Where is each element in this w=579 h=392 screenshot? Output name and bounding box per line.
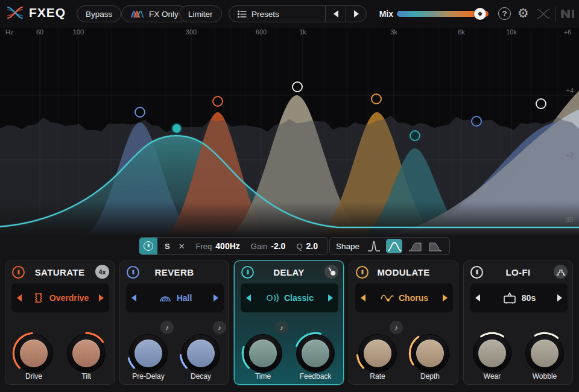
freq-tick-label: 100 xyxy=(73,28,84,36)
mode-prev-arrow[interactable] xyxy=(17,294,22,302)
freq-tick-label: 1k xyxy=(299,28,306,36)
freq-tick-label: 3k xyxy=(390,28,397,36)
band-close-icon[interactable]: ✕ xyxy=(179,242,185,251)
mode-selector-reverb[interactable]: Hall xyxy=(126,283,224,312)
eq-handle-7[interactable] xyxy=(472,116,481,126)
delay-icon xyxy=(265,292,280,304)
eq-handle-8[interactable] xyxy=(536,99,546,109)
module-title-reverb: REVERB xyxy=(120,267,229,277)
db-label: +2 xyxy=(566,151,574,159)
mode-next-arrow[interactable] xyxy=(557,294,562,302)
band-solo-button[interactable]: S xyxy=(165,242,170,251)
overdrive-icon xyxy=(32,292,45,304)
mode-next-arrow[interactable] xyxy=(328,294,333,302)
knob-decay[interactable] xyxy=(178,330,224,376)
tempo-sync-note-button[interactable]: ♪ xyxy=(213,321,226,334)
module-card-saturate[interactable]: SATURATE 4x Overdrive Drive xyxy=(5,261,115,385)
chorus-icon xyxy=(380,292,394,304)
shape-selector: Shape xyxy=(329,237,450,255)
db-label: +4 xyxy=(566,87,574,94)
knob-label-feedback: Feedback xyxy=(288,372,343,381)
eq-graph-svg[interactable]: +4+2dB xyxy=(0,28,579,236)
high-shelf-shape-icon xyxy=(428,239,443,253)
mode-next-arrow[interactable] xyxy=(214,294,218,302)
limiter-button[interactable]: Limiter xyxy=(179,5,222,22)
freq-tick-label: Hz xyxy=(5,28,13,36)
mode-selector-lo-fi[interactable]: 80s xyxy=(470,283,568,312)
module-card-reverb[interactable]: REVERB Hall Pre-Delay♪ xyxy=(119,261,229,385)
oversampling-badge[interactable]: 4x xyxy=(95,265,109,279)
eq-handle-4[interactable] xyxy=(293,82,302,92)
steps-icon[interactable] xyxy=(554,265,568,279)
gain-value[interactable]: -2.0 xyxy=(271,241,285,251)
knob-label-pre-delay: Pre-Delay xyxy=(121,372,176,381)
bypass-button[interactable]: Bypass xyxy=(77,5,121,22)
module-card-lo-fi[interactable]: LO-FI 80s Wear xyxy=(463,261,573,385)
shape-low-shelf-button[interactable] xyxy=(407,239,423,253)
knob-label-drive: Drive xyxy=(7,372,61,381)
eq-handle-1[interactable] xyxy=(135,107,145,117)
tempo-sync-note-button[interactable]: ♪ xyxy=(160,321,174,334)
shape-notch-button[interactable] xyxy=(365,239,382,253)
help-button[interactable]: ? xyxy=(498,7,511,20)
tempo-sync-note-button[interactable]: ♪ xyxy=(275,321,288,334)
fx-only-button[interactable]: FX Only xyxy=(121,5,188,22)
knob-label-wear: Wear xyxy=(465,372,519,381)
ni-logo xyxy=(560,8,575,20)
mode-display: Overdrive xyxy=(25,283,96,312)
eq-handle-3[interactable] xyxy=(213,96,223,106)
top-bar: FXEQ Bypass FX Only Limiter xyxy=(0,0,579,28)
knob-wear[interactable] xyxy=(469,330,515,376)
q-value[interactable]: 2.0 xyxy=(306,241,318,251)
ping-icon[interactable] xyxy=(324,265,338,279)
freq-tick-label: 60 xyxy=(36,28,43,36)
mode-selector-delay[interactable]: Classic xyxy=(241,283,338,312)
eq-handle-6[interactable] xyxy=(410,131,420,141)
mode-next-arrow[interactable] xyxy=(99,294,104,302)
power-icon xyxy=(144,241,153,251)
tempo-sync-note-button[interactable]: ♪ xyxy=(390,321,403,334)
mix-slider-thumb[interactable] xyxy=(474,8,486,20)
mode-prev-arrow[interactable] xyxy=(246,294,251,302)
knob-depth[interactable] xyxy=(407,330,453,376)
mode-prev-arrow[interactable] xyxy=(361,294,365,302)
freq-tick-label: 6k xyxy=(458,28,465,36)
eq-handle-2[interactable] xyxy=(172,124,182,133)
hall-icon xyxy=(158,292,172,304)
module-card-delay[interactable]: DELAY Classic Time♪ xyxy=(234,261,344,385)
knob-rate[interactable] xyxy=(355,330,400,376)
prev-arrow-icon xyxy=(334,10,338,17)
mode-prev-arrow[interactable] xyxy=(131,294,136,302)
knob-label-rate: Rate xyxy=(350,372,405,381)
mode-prev-arrow[interactable] xyxy=(475,294,480,302)
preset-next-button[interactable] xyxy=(346,6,366,22)
preset-prev-button[interactable] xyxy=(326,6,346,22)
mode-name: Classic xyxy=(284,293,314,303)
module-card-modulate[interactable]: MODULATE Chorus Rate♪ xyxy=(349,261,458,385)
eq-handle-5[interactable] xyxy=(372,94,381,104)
freq-value[interactable]: 400Hz xyxy=(215,241,239,251)
knob-tilt[interactable] xyxy=(63,330,109,376)
knob-feedback[interactable] xyxy=(293,330,338,376)
knob-wobble[interactable] xyxy=(522,330,568,376)
band-power-button[interactable] xyxy=(139,238,157,254)
presets-label[interactable]: Presets xyxy=(252,10,325,19)
settings-gear-icon[interactable]: ⚙ xyxy=(517,7,529,19)
mode-selector-saturate[interactable]: Overdrive xyxy=(11,283,109,312)
knob-drive[interactable] xyxy=(11,330,57,376)
knob-time[interactable] xyxy=(240,330,286,376)
shape-high-shelf-button[interactable] xyxy=(427,239,443,253)
app-logo: FXEQ xyxy=(6,5,66,20)
tv-icon xyxy=(502,291,517,305)
fxeq-mark-dimmed-icon[interactable] xyxy=(536,8,551,19)
mode-name: Overdrive xyxy=(49,293,89,303)
knob-pre-delay[interactable] xyxy=(125,330,171,376)
freq-tick-label: 300 xyxy=(186,28,197,36)
low-shelf-shape-icon xyxy=(407,239,423,253)
app-title: FXEQ xyxy=(29,5,66,20)
mode-next-arrow[interactable] xyxy=(443,294,448,302)
eq-display[interactable]: +4+2dB xyxy=(0,28,579,236)
shape-bell-button[interactable] xyxy=(386,239,402,253)
mode-selector-modulate[interactable]: Chorus xyxy=(355,283,453,312)
band-parameter-bar: S ✕ Freq 400Hz Gain -2.0 Q 2.0 Shape xyxy=(0,236,579,258)
